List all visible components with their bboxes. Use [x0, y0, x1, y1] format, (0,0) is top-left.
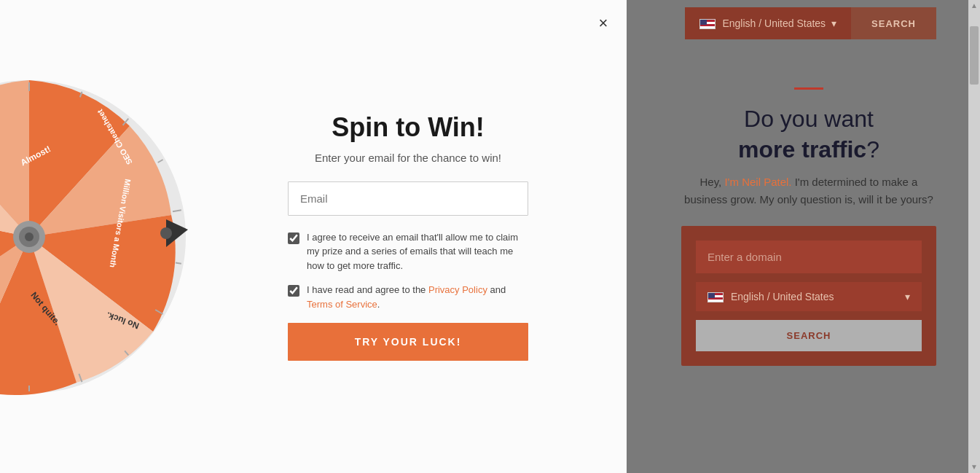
chevron-down-icon: ▾ — [831, 17, 836, 29]
hero-title: Do you want more traffic? — [681, 104, 936, 165]
domain-chevron-icon: ▾ — [905, 291, 910, 302]
hero-description: Hey, I'm Neil Patel. I'm determined to m… — [681, 173, 936, 208]
agree-terms-label: I have read and agree to the Privacy Pol… — [307, 283, 506, 311]
domain-search-button[interactable]: SEARCH — [696, 320, 922, 351]
privacy-policy-link[interactable]: Privacy Policy — [428, 284, 487, 295]
modal-overlay: × — [0, 0, 627, 473]
spin-wheel: SEO Unlocked Almost! Million Visitors a … — [0, 77, 189, 397]
topbar-search-button[interactable]: SEARCH — [851, 7, 936, 39]
domain-form-box: English / United States ▾ SEARCH — [681, 226, 936, 366]
try-luck-button[interactable]: TRY YOUR LUCK! — [288, 323, 528, 361]
svg-point-27 — [160, 227, 172, 239]
language-dropdown[interactable]: English / United States ▾ — [685, 7, 852, 39]
flag-icon: English / United States — [699, 17, 826, 29]
checkbox-group: I agree to receive an email that'll allo… — [288, 230, 528, 312]
checkbox-item-1: I agree to receive an email that'll allo… — [288, 230, 528, 273]
agree-terms-checkbox[interactable] — [288, 285, 299, 297]
scroll-down-arrow[interactable]: ▼ — [971, 461, 978, 473]
domain-lang-dropdown[interactable]: English / United States ▾ — [696, 282, 922, 311]
scroll-up-arrow[interactable]: ▲ — [971, 0, 978, 12]
agree-email-checkbox[interactable] — [288, 232, 299, 244]
agree-email-label: I agree to receive an email that'll allo… — [307, 230, 528, 273]
author-name: I'm Neil Patel. — [724, 176, 791, 188]
domain-lang-label: English / United States — [731, 291, 834, 302]
close-button[interactable]: × — [592, 12, 615, 35]
domain-input[interactable] — [696, 241, 922, 273]
svg-line-11 — [176, 262, 181, 263]
modal-form: Spin to Win! Enter your email for the ch… — [273, 98, 543, 376]
terms-of-service-link[interactable]: Terms of Service — [307, 299, 377, 310]
scrollbar-thumb[interactable] — [970, 26, 979, 85]
email-input[interactable] — [288, 181, 528, 216]
accent-divider — [794, 87, 823, 90]
wheel-svg: SEO Unlocked Almost! Million Visitors a … — [0, 77, 189, 397]
wheel-hub-center — [25, 232, 34, 241]
scrollbar[interactable]: ▲ ▼ — [968, 0, 980, 473]
domain-flag-icon — [707, 292, 724, 302]
topbar: English / United States ▾ SEARCH — [685, 7, 936, 39]
checkbox-item-2: I have read and agree to the Privacy Pol… — [288, 283, 528, 311]
hero-content: Do you want more traffic? Hey, I'm Neil … — [681, 87, 936, 366]
modal-title: Spin to Win! — [288, 112, 528, 143]
modal-subtitle: Enter your email for the chance to win! — [288, 152, 528, 164]
